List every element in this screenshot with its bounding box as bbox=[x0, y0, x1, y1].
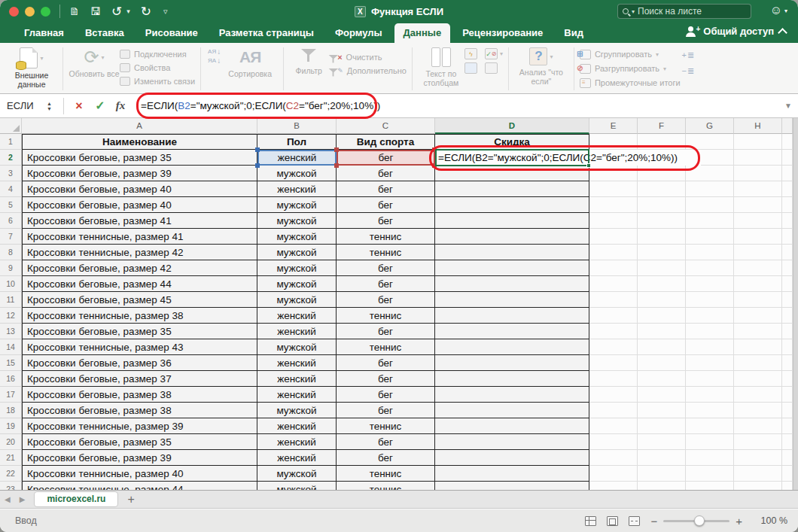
cell-B4[interactable]: женский bbox=[257, 181, 337, 197]
cell-C13[interactable]: бег bbox=[337, 324, 435, 339]
cell-E5[interactable] bbox=[589, 197, 638, 213]
row-number-20[interactable]: 20 bbox=[0, 434, 22, 450]
cell-F11[interactable] bbox=[638, 292, 686, 308]
cell-B18[interactable]: мужской bbox=[257, 403, 337, 418]
cell-D23[interactable] bbox=[435, 482, 589, 490]
relationships-icon[interactable] bbox=[485, 62, 498, 74]
cell-partial-4[interactable] bbox=[782, 181, 793, 197]
cell-A22[interactable]: Кроссовки теннисные, размер 40 bbox=[22, 466, 257, 482]
cell-D16[interactable] bbox=[435, 371, 589, 387]
column-header-D[interactable]: D bbox=[435, 118, 589, 134]
cell-C9[interactable]: бег bbox=[337, 260, 435, 276]
cell-H19[interactable] bbox=[734, 418, 782, 434]
zoom-slider-knob[interactable] bbox=[694, 515, 705, 526]
sort-ascending-button[interactable]: АЯ↓ bbox=[208, 49, 221, 54]
cell-B21[interactable]: женский bbox=[257, 450, 337, 466]
ungroup-button[interactable]: ⊘ Разгруппировать ▾ bbox=[580, 63, 681, 74]
cell-D5[interactable] bbox=[435, 197, 589, 213]
consolidate-icon[interactable] bbox=[464, 62, 477, 74]
zoom-window-button[interactable] bbox=[41, 7, 50, 17]
page-break-view-icon[interactable] bbox=[629, 516, 640, 526]
tab-Вставка[interactable]: Вставка bbox=[76, 23, 133, 43]
zoom-in-button[interactable]: + bbox=[736, 515, 742, 527]
column-header-F[interactable]: F bbox=[638, 118, 686, 134]
cell-D14[interactable] bbox=[435, 339, 589, 355]
cell-E15[interactable] bbox=[589, 355, 638, 371]
stepper-down-icon[interactable]: ▼ bbox=[47, 106, 59, 111]
cell-C3[interactable]: бег bbox=[337, 166, 435, 181]
cell-B17[interactable]: женский bbox=[257, 387, 337, 403]
cell-H20[interactable] bbox=[734, 434, 782, 450]
ribbon-options-icon[interactable]: ▿ bbox=[163, 7, 168, 17]
cell-G20[interactable] bbox=[686, 434, 734, 450]
cell-D19[interactable] bbox=[435, 418, 589, 434]
cell-G16[interactable] bbox=[686, 371, 734, 387]
row-number-8[interactable]: 8 bbox=[0, 245, 22, 260]
normal-view-icon[interactable] bbox=[585, 516, 596, 526]
row-number-7[interactable]: 7 bbox=[0, 229, 22, 245]
cell-H3[interactable] bbox=[734, 166, 782, 181]
cell-A11[interactable]: Кроссовки беговые, размер 45 bbox=[22, 292, 257, 308]
cell-D20[interactable] bbox=[435, 434, 589, 450]
row-number-15[interactable]: 15 bbox=[0, 355, 22, 371]
cell-H13[interactable] bbox=[734, 324, 782, 339]
cell-G14[interactable] bbox=[686, 339, 734, 355]
cell-F16[interactable] bbox=[638, 371, 686, 387]
tab-Формулы[interactable]: Формулы bbox=[326, 23, 391, 43]
cell-partial-22[interactable] bbox=[782, 466, 793, 482]
cell-A6[interactable]: Кроссовки беговые, размер 41 bbox=[22, 213, 257, 229]
cell-G23[interactable] bbox=[686, 482, 734, 490]
data-validation-dropdown-icon[interactable]: ▾ bbox=[500, 50, 503, 57]
sort-button[interactable]: АЯ Сортировка bbox=[222, 46, 278, 78]
cell-E3[interactable] bbox=[589, 166, 638, 181]
cell-G9[interactable] bbox=[686, 260, 734, 276]
cell-C15[interactable]: бег bbox=[337, 355, 435, 371]
new-workbook-icon[interactable]: 🗎 bbox=[69, 5, 80, 18]
cell-B13[interactable]: женский bbox=[257, 324, 337, 339]
row-number-16[interactable]: 16 bbox=[0, 371, 22, 387]
cell-F13[interactable] bbox=[638, 324, 686, 339]
cell-partial-6[interactable] bbox=[782, 213, 793, 229]
column-header-C[interactable]: C bbox=[337, 118, 435, 134]
cell-G12[interactable] bbox=[686, 308, 734, 324]
cell-A16[interactable]: Кроссовки беговые, размер 37 bbox=[22, 371, 257, 387]
cell-partial-3[interactable] bbox=[782, 166, 793, 181]
cell-E22[interactable] bbox=[589, 466, 638, 482]
cell-partial-19[interactable] bbox=[782, 418, 793, 434]
cell-H8[interactable] bbox=[734, 245, 782, 260]
cell-H17[interactable] bbox=[734, 387, 782, 403]
cell-B9[interactable]: мужской bbox=[257, 260, 337, 276]
cell-C4[interactable]: бег bbox=[337, 181, 435, 197]
cell-E17[interactable] bbox=[589, 387, 638, 403]
cell-E19[interactable] bbox=[589, 418, 638, 434]
cell-E16[interactable] bbox=[589, 371, 638, 387]
cell-partial-11[interactable] bbox=[782, 292, 793, 308]
what-if-analysis-button[interactable]: ? ▾ Анализ "что если" bbox=[514, 46, 568, 86]
cell-H15[interactable] bbox=[734, 355, 782, 371]
cell-F5[interactable] bbox=[638, 197, 686, 213]
cell-c2-highlight[interactable]: бег bbox=[337, 150, 435, 166]
filter-button[interactable]: Фильтр bbox=[289, 46, 328, 75]
cell-B20[interactable]: женский bbox=[257, 434, 337, 450]
text-to-columns-button[interactable]: Текст по столбцам bbox=[418, 46, 464, 87]
cell-H2[interactable] bbox=[734, 150, 782, 166]
d2-fill-handle[interactable] bbox=[586, 163, 591, 168]
cell-B11[interactable]: мужской bbox=[257, 292, 337, 308]
cell-A3[interactable]: Кроссовки беговые, размер 39 bbox=[22, 166, 257, 181]
share-control[interactable]: + Общий доступ bbox=[686, 26, 786, 37]
cell-E6[interactable] bbox=[589, 213, 638, 229]
cell-A15[interactable]: Кроссовки беговые, размер 36 bbox=[22, 355, 257, 371]
external-data-dropdown-icon[interactable]: ▾ bbox=[40, 55, 43, 62]
show-detail-icon[interactable]: +≣ bbox=[682, 50, 696, 60]
formula-input[interactable]: =ЕСЛИ(B2="мужской";0;ЕСЛИ(C2="бег";20%;1… bbox=[130, 94, 778, 117]
cell-E13[interactable] bbox=[589, 324, 638, 339]
name-box-stepper[interactable]: ▲ ▼ bbox=[47, 101, 59, 111]
save-icon[interactable]: 🖫 bbox=[90, 5, 101, 18]
cell-partial-14[interactable] bbox=[782, 339, 793, 355]
cell-b2-highlight[interactable]: женский bbox=[257, 150, 337, 166]
select-all-corner[interactable] bbox=[0, 118, 22, 134]
cell-B16[interactable]: женский bbox=[257, 371, 337, 387]
cell-D4[interactable] bbox=[435, 181, 589, 197]
cell-G15[interactable] bbox=[686, 355, 734, 371]
search-input[interactable] bbox=[638, 6, 736, 17]
